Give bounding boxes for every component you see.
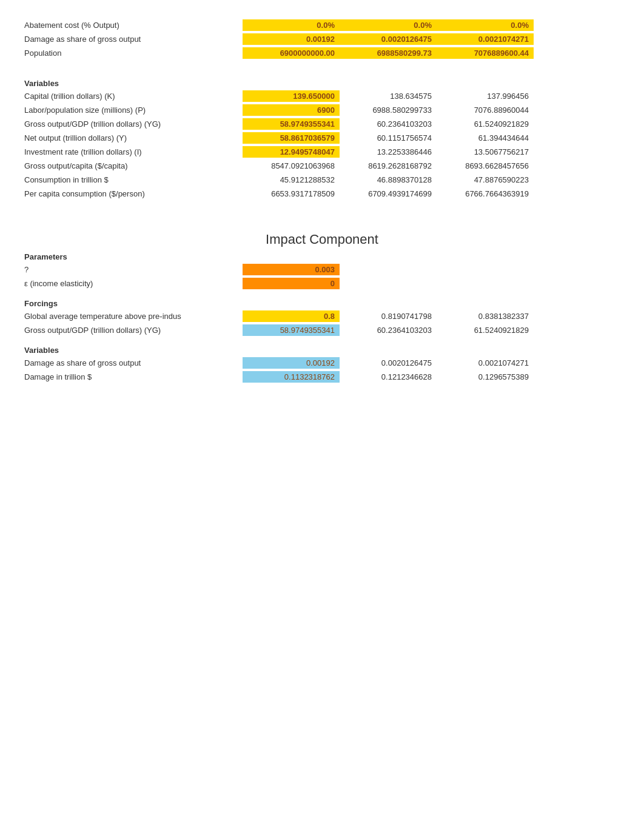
- label-population-top: Population: [24, 49, 243, 58]
- cell-param-epsilon-col1: 0: [243, 278, 340, 289]
- cell-abatement-col2: 0.0%: [340, 19, 437, 31]
- row-population-top: Population 6900000000.00 6988580299.73 7…: [24, 46, 620, 59]
- row-param-epsilon: ε (income elasticity) 0: [24, 277, 620, 290]
- cell-investment-col2: 13.2253386446: [340, 146, 437, 158]
- variables-section: Variables Capital (trillion dollars) (K)…: [24, 79, 620, 200]
- label-param-question: ?: [24, 265, 243, 274]
- spacer-3: [24, 290, 620, 299]
- cell-population-top-col2: 6988580299.73: [340, 47, 437, 59]
- label-damage-share-top: Damage as share of gross output: [24, 35, 243, 44]
- row-per-capita-consumption: Per capita consumption ($/person) 6653.9…: [24, 187, 620, 200]
- label-investment: Investment rate (trillion dollars) (I): [24, 147, 243, 156]
- cell-consumption-col2: 46.8898370128: [340, 174, 437, 186]
- cell-damage-share-top-col3: 0.0021074271: [437, 33, 534, 45]
- cell-investment-col1: 12.9495748047: [243, 146, 340, 158]
- label-abatement-cost: Abatement cost (% Output): [24, 21, 243, 30]
- cell-global-temp-col2: 0.8190741798: [340, 310, 437, 322]
- cell-per-capita-consumption-col2: 6709.4939174699: [340, 188, 437, 200]
- row-abatement-cost: Abatement cost (% Output) 0.0% 0.0% 0.0%: [24, 18, 620, 32]
- label-capital: Capital (trillion dollars) (K): [24, 92, 243, 101]
- label-damage-trillion: Damage in trillion $: [24, 372, 243, 381]
- cell-damage-trillion-col1: 0.1132318762: [243, 371, 340, 383]
- label-gross-output-vars: Gross output/GDP (trillion dollars) (YG): [24, 119, 243, 129]
- cell-param-epsilon-col2: [340, 282, 437, 284]
- spacer-4: [24, 337, 620, 346]
- row-global-temp: Global average temperature above pre-ind…: [24, 309, 620, 323]
- cell-gross-output-vars-col1: 58.9749355341: [243, 118, 340, 130]
- cell-population-top-col3: 7076889600.44: [437, 47, 534, 59]
- row-consumption: Consumption in trillion $ 45.9121288532 …: [24, 173, 620, 186]
- label-per-capita-consumption: Per capita consumption ($/person): [24, 189, 243, 198]
- label-labor: Labor/population size (millions) (P): [24, 106, 243, 115]
- label-consumption: Consumption in trillion $: [24, 175, 243, 184]
- cell-param-question-col1: 0.003: [243, 264, 340, 275]
- row-gross-output-forcing: Gross output/GDP (trillion dollars) (YG)…: [24, 323, 620, 337]
- row-damage-share-top: Damage as share of gross output 0.00192 …: [24, 32, 620, 45]
- cell-damage-share-impact-col2: 0.0020126475: [340, 357, 437, 369]
- row-labor: Labor/population size (millions) (P) 690…: [24, 103, 620, 116]
- top-section: Abatement cost (% Output) 0.0% 0.0% 0.0%…: [24, 18, 620, 59]
- cell-damage-share-impact-col1: 0.00192: [243, 357, 340, 369]
- label-net-output: Net output (trillion dollars) (Y): [24, 133, 243, 143]
- cell-abatement-col3: 0.0%: [437, 19, 534, 31]
- label-gross-output-forcing: Gross output/GDP (trillion dollars) (YG): [24, 326, 243, 335]
- forcings-title: Forcings: [24, 299, 620, 308]
- label-param-epsilon: ε (income elasticity): [24, 279, 243, 288]
- cell-damage-share-top-col2: 0.0020126475: [340, 33, 437, 45]
- cell-damage-trillion-col3: 0.1296575389: [437, 371, 534, 383]
- variables-title: Variables: [24, 79, 620, 88]
- cell-net-output-col2: 60.1151756574: [340, 132, 437, 144]
- cell-investment-col3: 13.5067756217: [437, 146, 534, 158]
- cell-param-epsilon-col3: [437, 282, 534, 284]
- parameters-title: Parameters: [24, 252, 620, 261]
- row-gross-per-capita: Gross output/capita ($/capita) 8547.0921…: [24, 159, 620, 172]
- row-damage-share-impact: Damage as share of gross output 0.00192 …: [24, 356, 620, 369]
- cell-per-capita-consumption-col3: 6766.7664363919: [437, 188, 534, 200]
- spacer-2: [24, 211, 620, 220]
- cell-damage-trillion-col2: 0.1212346628: [340, 371, 437, 383]
- spacer-1: [24, 70, 620, 79]
- impact-variables-title: Variables: [24, 346, 620, 355]
- cell-gross-output-forcing-col3: 61.5240921829: [437, 324, 534, 336]
- cell-net-output-col1: 58.8617036579: [243, 132, 340, 144]
- row-net-output: Net output (trillion dollars) (Y) 58.861…: [24, 131, 620, 144]
- label-global-temp: Global average temperature above pre-ind…: [24, 312, 243, 321]
- cell-consumption-col3: 47.8876590223: [437, 174, 534, 186]
- cell-global-temp-col3: 0.8381382337: [437, 310, 534, 322]
- cell-capital-col1: 139.650000: [243, 90, 340, 102]
- cell-damage-share-impact-col3: 0.0021074271: [437, 357, 534, 369]
- cell-net-output-col3: 61.394434644: [437, 132, 534, 144]
- row-capital: Capital (trillion dollars) (K) 139.65000…: [24, 89, 620, 102]
- cell-gross-output-vars-col3: 61.5240921829: [437, 118, 534, 130]
- label-damage-share-impact: Damage as share of gross output: [24, 358, 243, 367]
- row-investment: Investment rate (trillion dollars) (I) 1…: [24, 145, 620, 158]
- cell-gross-per-capita-col2: 8619.2628168792: [340, 160, 437, 172]
- cell-capital-col2: 138.634575: [340, 90, 437, 102]
- cell-damage-share-top-col1: 0.00192: [243, 33, 340, 45]
- cell-gross-per-capita-col1: 8547.0921063968: [243, 160, 340, 172]
- impact-component-title: Impact Component: [24, 232, 620, 247]
- row-param-question: ? 0.003: [24, 263, 620, 276]
- impact-component-section: Impact Component Parameters ? 0.003 ε (i…: [24, 232, 620, 383]
- cell-gross-per-capita-col3: 8693.6628457656: [437, 160, 534, 172]
- cell-population-top-col1: 6900000000.00: [243, 47, 340, 59]
- cell-abatement-col1: 0.0%: [243, 19, 340, 31]
- cell-labor-col2: 6988.580299733: [340, 104, 437, 116]
- cell-param-question-col2: [340, 268, 437, 270]
- cell-per-capita-consumption-col1: 6653.9317178509: [243, 188, 340, 200]
- row-damage-trillion: Damage in trillion $ 0.1132318762 0.1212…: [24, 370, 620, 383]
- cell-gross-output-vars-col2: 60.2364103203: [340, 118, 437, 130]
- row-gross-output-vars: Gross output/GDP (trillion dollars) (YG)…: [24, 117, 620, 130]
- cell-labor-col1: 6900: [243, 104, 340, 116]
- label-gross-per-capita: Gross output/capita ($/capita): [24, 161, 243, 170]
- cell-gross-output-forcing-col1: 58.9749355341: [243, 324, 340, 336]
- cell-consumption-col1: 45.9121288532: [243, 174, 340, 186]
- cell-global-temp-col1: 0.8: [243, 310, 340, 322]
- cell-gross-output-forcing-col2: 60.2364103203: [340, 324, 437, 336]
- cell-param-question-col3: [437, 268, 534, 270]
- cell-capital-col3: 137.996456: [437, 90, 534, 102]
- cell-labor-col3: 7076.88960044: [437, 104, 534, 116]
